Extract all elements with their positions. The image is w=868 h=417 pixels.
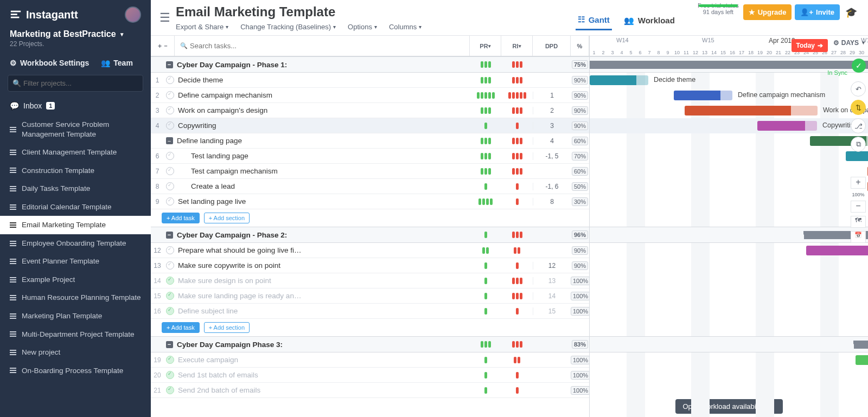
complete-toggle[interactable] — [164, 356, 176, 364]
col-dependencies[interactable]: DPD — [533, 36, 571, 56]
menu-item[interactable]: Change Tracking (Baselines) ▾ — [240, 23, 336, 31]
dependency-cell[interactable]: 12 — [533, 262, 571, 270]
dependency-cell[interactable]: 1 — [533, 92, 571, 99]
task-row[interactable]: 19Execute campaign100% — [151, 352, 589, 368]
risk-cell[interactable] — [501, 138, 533, 144]
percent-cell[interactable]: 100% — [571, 356, 589, 364]
dependency-cell[interactable]: 2 — [533, 107, 571, 114]
risk-cell[interactable] — [501, 92, 533, 99]
priority-cell[interactable] — [470, 357, 501, 363]
task-row[interactable]: 2Define campaign mechanism190% — [151, 88, 589, 103]
gantt-bar[interactable]: Work on campaign's design — [685, 106, 818, 116]
tab-gantt[interactable]: ☷Gantt — [576, 10, 612, 30]
priority-cell[interactable] — [470, 308, 501, 315]
priority-cell[interactable] — [470, 61, 501, 68]
add-section-button[interactable]: + Add section — [204, 213, 250, 223]
dependency-cell[interactable]: 8 — [533, 198, 571, 206]
task-row[interactable]: 8Create a lead-1, 650% — [151, 179, 589, 194]
priority-cell[interactable] — [470, 372, 501, 378]
gantt-bar[interactable]: Decide theme — [590, 75, 648, 85]
sidebar-project-item[interactable]: Construction Template — [0, 162, 151, 180]
complete-toggle[interactable] — [164, 106, 176, 114]
menu-toggle-icon[interactable]: ☰ — [154, 2, 176, 34]
priority-cell[interactable] — [470, 153, 501, 159]
risk-cell[interactable] — [501, 153, 533, 159]
task-row[interactable]: 16Define subject line15100% — [151, 304, 589, 319]
priority-cell[interactable] — [470, 77, 501, 84]
inbox-link[interactable]: 💬 Inbox 1 — [0, 96, 151, 116]
task-row[interactable]: 21Send 2nd batch of emails100% — [151, 383, 589, 398]
gantt-bar[interactable]: Execute camp — [856, 355, 868, 365]
sync-check-icon[interactable]: ✓ — [852, 59, 866, 73]
task-row[interactable]: −Define landing page460% — [151, 133, 589, 149]
brand-logo[interactable]: Instagantt — [10, 9, 118, 21]
risk-cell[interactable] — [501, 372, 533, 378]
priority-cell[interactable] — [470, 293, 501, 299]
percent-cell[interactable]: 90% — [571, 121, 589, 130]
expand-collapse-all[interactable]: ＋－ — [151, 36, 175, 56]
add-section-button[interactable]: + Add section — [204, 322, 250, 333]
add-task-button[interactable]: + Add task — [162, 213, 200, 223]
task-row[interactable]: 14Make sure design is on point13100% — [151, 273, 589, 288]
priority-cell[interactable] — [470, 107, 501, 114]
risk-cell[interactable] — [501, 247, 533, 254]
graduation-icon[interactable]: 🎓 — [843, 7, 859, 18]
risk-cell[interactable] — [501, 308, 533, 315]
risk-cell[interactable] — [501, 341, 533, 348]
priority-cell[interactable] — [470, 232, 501, 238]
sidebar-project-item[interactable]: Customer Service Problem Management Temp… — [0, 116, 151, 143]
percent-cell[interactable]: 100% — [571, 277, 589, 285]
branch-button[interactable]: ⎇ — [851, 118, 866, 133]
percent-cell[interactable]: 90% — [571, 106, 589, 115]
priority-cell[interactable] — [470, 168, 501, 175]
percent-cell[interactable]: 30% — [571, 197, 589, 206]
copy-button[interactable]: ⧉ — [851, 137, 866, 152]
dependency-cell[interactable]: 13 — [533, 277, 571, 285]
percent-cell[interactable]: 90% — [571, 246, 589, 255]
add-task-button[interactable]: + Add task — [162, 322, 200, 333]
task-row[interactable]: 20Send 1st batch of emails100% — [151, 368, 589, 383]
complete-toggle[interactable] — [164, 307, 176, 315]
task-row[interactable]: 6Test landing page-1, 570% — [151, 149, 589, 164]
open-workload-button[interactable]: Open workload availability⌄ — [675, 399, 782, 414]
percent-cell[interactable]: 75% — [571, 60, 589, 69]
timescale-button[interactable]: ⚙ DAYS ▼ — [833, 39, 866, 47]
risk-cell[interactable] — [501, 232, 533, 238]
gantt-bar[interactable]: Prepare what should — [806, 246, 868, 255]
today-button[interactable]: Today ➔ — [792, 39, 828, 52]
dependency-cell[interactable]: -1, 5 — [533, 152, 571, 160]
sidebar-project-item[interactable]: Marketing Plan Template — [0, 307, 151, 325]
complete-toggle[interactable] — [164, 246, 176, 254]
percent-cell[interactable]: 100% — [571, 371, 589, 380]
tab-workload[interactable]: 👥Workload — [622, 10, 677, 30]
complete-toggle[interactable] — [164, 152, 176, 160]
section-row[interactable]: −Cyber Day Campaign - Phase 2:96% — [151, 227, 589, 243]
percent-cell[interactable]: 100% — [571, 307, 589, 316]
task-row[interactable]: 7Test campaign mechanism60% — [151, 164, 589, 179]
priority-cell[interactable] — [470, 123, 501, 129]
complete-toggle[interactable] — [164, 277, 176, 285]
priority-cell[interactable] — [470, 387, 501, 394]
sidebar-project-item[interactable]: On-Boarding Process Template — [0, 362, 151, 380]
priority-cell[interactable] — [470, 262, 501, 269]
sidebar-project-item[interactable]: Event Planner Template — [0, 252, 151, 271]
search-tasks-input[interactable] — [180, 42, 469, 50]
undo-button[interactable]: ↶ — [851, 81, 866, 97]
risk-cell[interactable] — [501, 123, 533, 129]
menu-item[interactable]: Export & Share ▾ — [176, 23, 228, 31]
risk-cell[interactable] — [501, 293, 533, 299]
percent-cell[interactable]: 83% — [571, 340, 589, 349]
task-row[interactable]: 4Copywriting390% — [151, 118, 589, 133]
complete-toggle[interactable] — [164, 261, 176, 270]
percent-cell[interactable]: 60% — [571, 137, 589, 145]
gantt-bar[interactable]: Test landing page — [846, 151, 868, 161]
complete-toggle[interactable] — [164, 197, 176, 206]
menu-item[interactable]: Columns ▾ — [389, 23, 422, 31]
complete-toggle[interactable] — [164, 91, 176, 99]
gantt-bar[interactable]: Copywriting — [757, 121, 817, 131]
risk-cell[interactable] — [501, 387, 533, 394]
sidebar-project-item[interactable]: Example Project — [0, 271, 151, 289]
complete-toggle[interactable] — [164, 76, 176, 84]
percent-cell[interactable]: 50% — [571, 182, 589, 191]
complete-toggle[interactable] — [164, 182, 176, 190]
